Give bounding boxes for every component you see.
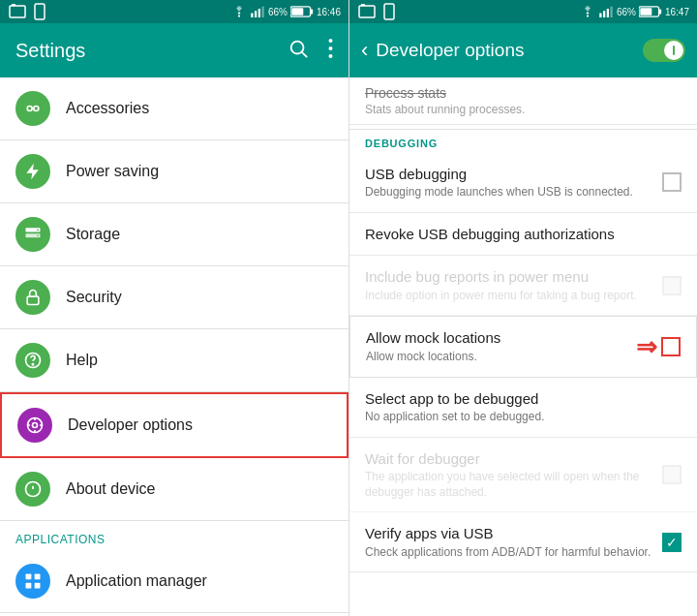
- mock-locations-title: Allow mock locations: [366, 328, 628, 348]
- svg-line-12: [302, 52, 307, 57]
- power-saving-icon: [15, 154, 50, 189]
- verify-apps-checkbox[interactable]: ✓: [662, 533, 682, 552]
- mock-locations-checkbox[interactable]: [661, 337, 681, 356]
- svg-rect-1: [12, 4, 15, 6]
- svg-rect-36: [359, 6, 375, 17]
- security-icon: [15, 280, 50, 315]
- usb-debugging-text: USB debugging Debugging mode launches wh…: [365, 165, 662, 200]
- phone-icon: [30, 2, 49, 21]
- verify-apps-item[interactable]: Verify apps via USB Check applications f…: [349, 512, 697, 572]
- svg-rect-45: [659, 9, 662, 14]
- svg-rect-41: [603, 11, 605, 17]
- svg-rect-22: [27, 296, 39, 304]
- toggle-knob: [664, 41, 683, 60]
- application-manager-icon: [15, 564, 50, 599]
- developer-options-toggle[interactable]: [643, 39, 685, 62]
- signal-icon: [250, 6, 265, 17]
- settings-list: Accessories Power saving Storage Securit…: [0, 77, 348, 616]
- svg-rect-28: [26, 574, 32, 580]
- sidebar-item-about-device[interactable]: About device: [0, 458, 348, 521]
- svg-rect-7: [261, 7, 263, 17]
- wifi-icon: [231, 6, 247, 17]
- usb-debugging-item[interactable]: USB debugging Debugging mode launches wh…: [349, 153, 697, 213]
- svg-point-13: [329, 39, 333, 43]
- application-manager-label: Application manager: [66, 572, 207, 590]
- select-debug-app-title: Select app to be debugged: [365, 389, 674, 409]
- about-device-icon: [15, 472, 50, 507]
- svg-rect-5: [255, 11, 257, 17]
- svg-point-21: [37, 234, 39, 236]
- svg-rect-38: [384, 4, 394, 19]
- usb-debugging-checkbox[interactable]: [662, 172, 682, 192]
- select-debug-app-desc: No application set to be debugged.: [365, 410, 674, 425]
- svg-point-15: [329, 54, 333, 58]
- storage-label: Storage: [66, 226, 120, 243]
- developer-options-title: Developer options: [376, 40, 643, 61]
- left-header: Settings: [0, 23, 348, 77]
- phone-icon-right: [379, 2, 399, 21]
- svg-rect-29: [35, 574, 41, 580]
- left-panel: 66% 16:46 Settings Accessories: [0, 0, 348, 616]
- bug-reports-desc: Include option in power menu for taking …: [365, 289, 654, 304]
- sidebar-item-accessories[interactable]: Accessories: [0, 77, 348, 140]
- mock-locations-item[interactable]: Allow mock locations Allow mock location…: [349, 316, 697, 377]
- left-status-icons: [8, 2, 49, 21]
- verify-apps-text: Verify apps via USB Check applications f…: [365, 524, 662, 560]
- svg-rect-46: [640, 8, 652, 15]
- wait-debugger-item[interactable]: Wait for debugger The application you ha…: [349, 438, 697, 513]
- svg-rect-4: [251, 14, 253, 18]
- status-bar-left: 66% 16:46: [0, 0, 348, 23]
- svg-rect-9: [311, 9, 314, 14]
- battery-icon-right: [639, 6, 662, 17]
- screenshot-icon-right: [357, 2, 377, 21]
- sidebar-item-security[interactable]: Security: [0, 266, 348, 329]
- screenshot-icon: [8, 2, 27, 21]
- process-stats-title: Process stats: [365, 85, 682, 102]
- left-header-icons: [288, 38, 333, 64]
- sidebar-item-application-manager[interactable]: Application manager: [0, 550, 348, 613]
- left-battery-text: 66%: [268, 7, 288, 17]
- back-button[interactable]: ‹: [361, 38, 368, 63]
- wait-debugger-checkbox: [662, 465, 682, 484]
- storage-icon: [15, 217, 50, 252]
- svg-point-26: [33, 423, 38, 428]
- highlight-arrow: ⇒: [636, 332, 657, 362]
- mock-locations-desc: Allow mock locations.: [366, 350, 628, 365]
- svg-rect-42: [607, 9, 609, 17]
- select-debug-app-item[interactable]: Select app to be debugged No application…: [349, 378, 697, 438]
- svg-point-3: [238, 15, 240, 16]
- security-label: Security: [66, 289, 122, 306]
- help-icon: [15, 343, 50, 378]
- process-stats-item: Process stats Stats about running proces…: [349, 77, 697, 125]
- sidebar-item-power-saving[interactable]: Power saving: [0, 140, 348, 203]
- debugging-section-header: DEBUGGING: [349, 129, 697, 153]
- right-time: 16:47: [665, 7, 689, 17]
- revoke-usb-item[interactable]: Revoke USB debugging authorizations: [349, 213, 697, 257]
- arrow-annotation: ⇒: [636, 332, 657, 362]
- left-time: 16:46: [317, 7, 341, 17]
- wifi-icon-right: [580, 6, 595, 17]
- svg-rect-0: [10, 6, 25, 17]
- developer-options-label: Developer options: [68, 416, 193, 434]
- help-label: Help: [66, 352, 98, 369]
- sidebar-item-storage[interactable]: Storage: [0, 203, 348, 266]
- svg-point-39: [587, 15, 589, 16]
- svg-point-24: [32, 364, 33, 365]
- bug-reports-text: Include bug reports in power menu Includ…: [365, 267, 662, 303]
- sidebar-item-developer-options[interactable]: Developer options: [0, 392, 348, 458]
- sidebar-item-help[interactable]: Help: [0, 329, 348, 392]
- select-debug-app-text: Select app to be debugged No application…: [365, 389, 682, 425]
- process-stats-desc: Stats about running processes.: [365, 103, 682, 116]
- svg-rect-2: [35, 4, 45, 19]
- status-bar-right: 66% 16:47: [349, 0, 697, 23]
- svg-point-11: [291, 41, 304, 53]
- developer-options-icon: [17, 408, 52, 443]
- right-status-right: 66% 16:47: [580, 6, 689, 17]
- verify-apps-title: Verify apps via USB: [365, 524, 654, 543]
- revoke-usb-title: Revoke USB debugging authorizations: [365, 225, 674, 244]
- bug-reports-item[interactable]: Include bug reports in power menu Includ…: [349, 256, 697, 316]
- search-icon[interactable]: [288, 38, 309, 64]
- more-options-icon[interactable]: [328, 38, 333, 64]
- usb-debugging-desc: Debugging mode launches when USB is conn…: [365, 185, 654, 200]
- svg-point-17: [34, 107, 39, 111]
